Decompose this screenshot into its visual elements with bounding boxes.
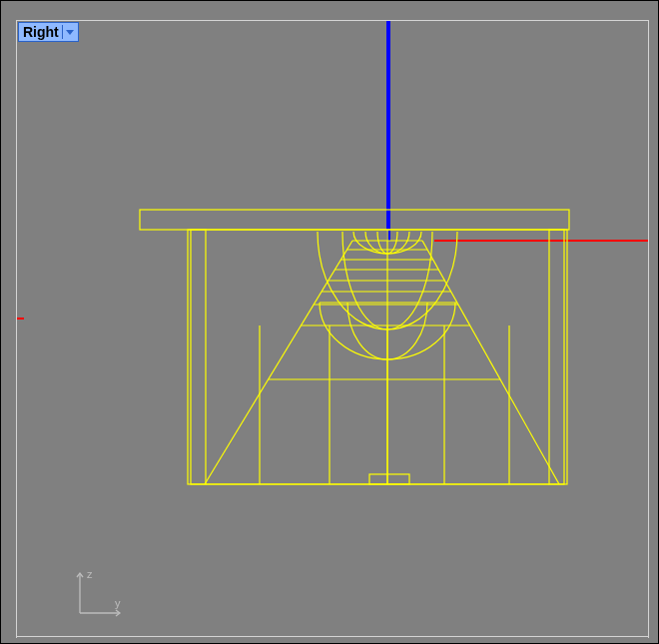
svg-line-5 bbox=[205, 241, 352, 484]
axis-y-label: y bbox=[115, 597, 121, 609]
svg-rect-22 bbox=[369, 474, 409, 484]
wireframe-canvas[interactable] bbox=[0, 0, 659, 644]
svg-rect-1 bbox=[188, 230, 567, 484]
svg-rect-0 bbox=[140, 210, 569, 230]
svg-rect-3 bbox=[549, 230, 564, 484]
axis-gizmo: z y bbox=[70, 563, 130, 626]
svg-rect-2 bbox=[191, 230, 206, 484]
axis-z-label: z bbox=[87, 568, 93, 580]
svg-line-6 bbox=[422, 241, 559, 484]
